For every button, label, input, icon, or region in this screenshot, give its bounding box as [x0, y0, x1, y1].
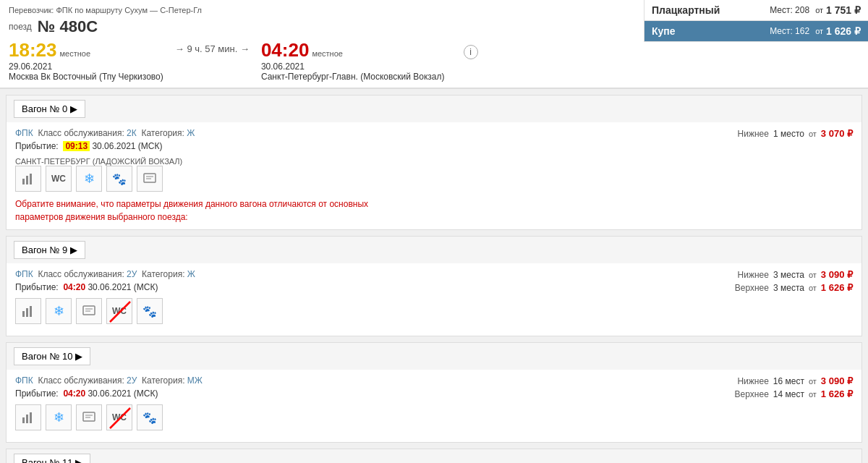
wagon-arrival-station: САНКТ-ПЕТЕРБУРГ (ЛАДОЖСКИЙ ВОКЗАЛ): [15, 157, 708, 166]
seat-row[interactable]: Нижнее3 местаот3 090 ₽: [726, 269, 853, 280]
seat-count: 1 место: [773, 129, 804, 139]
kupe-seats: Мест: 162: [770, 26, 809, 36]
wagon-class: 2У: [127, 375, 137, 386]
wagon-arrival-time: 09:13: [63, 141, 90, 151]
wagon-seats-panel: Нижнее3 местаот3 090 ₽Верхнее3 местаот1 …: [717, 263, 861, 336]
plackart-label: Плацкартный: [652, 4, 770, 16]
wc-icon: WC: [46, 166, 72, 192]
wagon-icons-row: ❄WC🐾: [15, 298, 708, 324]
seat-price: 3 070 ₽: [821, 128, 853, 139]
chart-icon: [15, 166, 41, 192]
wagon-arrival-line: Прибытие: 09:13 30.06.2021 (МСК): [15, 141, 708, 151]
wagon-content: ФПК Класс обслуживания: 2У Категория: ЖП…: [7, 263, 861, 336]
wagon-left: ФПК Класс обслуживания: 2У Категория: МЖ…: [7, 370, 717, 442]
wagon-number-label: Вагон № 11: [22, 457, 72, 463]
arrival-prefix: Прибытие:: [15, 388, 59, 399]
wagon-card: Вагон № 0 ▶ФПК Класс обслуживания: 2К Ка…: [6, 95, 862, 230]
seat-from: от: [809, 271, 817, 279]
wagon-class: 2У: [127, 269, 137, 279]
diploma-icon: [137, 166, 163, 192]
wagon-content: ФПК Класс обслуживания: 2У Категория: МЖ…: [7, 370, 861, 442]
wagon-number-label: Вагон № 9: [22, 245, 67, 255]
wagon-provider: ФПК: [15, 375, 33, 386]
wagon-warning: Обратите внимание, что параметры движени…: [15, 197, 377, 224]
svg-rect-0: [22, 179, 25, 184]
train-header: Перевозчик: ФПК по маршруту Сухум — С-Пе…: [0, 0, 868, 89]
chevron-right-icon: ▶: [75, 351, 82, 362]
train-label: поезд: [9, 22, 32, 32]
wagon-number-label: Вагон № 0: [22, 103, 67, 114]
kupe-price: 1 626 ₽: [826, 25, 861, 37]
wagon-icons-row: ❄WC🐾: [15, 404, 708, 430]
wagon-arrival-date: 30.06.2021: [88, 388, 131, 399]
seat-price: 1 626 ₽: [821, 282, 853, 293]
plackart-from: от: [815, 6, 823, 14]
wagon-header-row: Вагон № 0 ▶: [7, 95, 861, 122]
seat-type: Нижнее: [737, 376, 768, 386]
wagon-arrival-tz: (МСК): [134, 282, 158, 292]
chart-icon: [15, 404, 41, 430]
wagon-arrival-tz: (МСК): [134, 388, 158, 399]
svg-rect-13: [22, 417, 25, 423]
seat-count: 3 места: [773, 270, 804, 280]
train-number: № 480С: [38, 17, 98, 36]
wagon-arrival-tz: (МСК): [138, 141, 163, 151]
diploma-icon: [76, 404, 102, 430]
arrival-station: Санкт-Петербург-Главн. (Московский Вокза…: [261, 72, 445, 82]
wagon-header-row: Вагон № 11 ▶: [7, 449, 861, 463]
arrival-time: 04:20: [261, 39, 310, 61]
departure-block: 18:23 местное 29.06.2021 Москва Вк Восто…: [9, 39, 163, 82]
seat-row[interactable]: Нижнее1 местоот3 070 ₽: [726, 128, 853, 139]
chart-icon: [15, 298, 41, 324]
wagon-number-button[interactable]: Вагон № 0 ▶: [14, 100, 85, 118]
chevron-right-icon: ▶: [70, 103, 77, 114]
wagon-number-button[interactable]: Вагон № 11 ▶: [14, 454, 90, 463]
wagon-arrival-line: Прибытие: 04:20 30.06.2021 (МСК): [15, 388, 708, 399]
wagon-icons-row: WC❄🐾: [15, 166, 708, 192]
seat-row[interactable]: Верхнее3 местаот1 626 ₽: [726, 282, 853, 293]
wagon-category: Ж: [187, 128, 195, 138]
no-wc-icon: WC: [106, 298, 132, 324]
seat-from: от: [809, 129, 817, 138]
wagon-header-row: Вагон № 10 ▶: [7, 343, 861, 370]
plackart-row[interactable]: Плацкартный Мест: 208 от 1 751 ₽: [644, 0, 868, 21]
svg-rect-1: [26, 176, 28, 184]
kupe-row[interactable]: Купе Мест: 162 от 1 626 ₽: [644, 21, 868, 42]
svg-rect-14: [26, 415, 28, 423]
wagon-category: МЖ: [187, 375, 203, 386]
kupe-label: Купе: [652, 25, 770, 37]
wagon-card: Вагон № 10 ▶ФПК Класс обслуживания: 2У К…: [6, 342, 862, 443]
wagon-class: 2К: [127, 128, 137, 138]
plackart-price: 1 751 ₽: [826, 4, 861, 16]
diploma-icon: [76, 298, 102, 324]
plackart-seats: Мест: 208: [770, 5, 809, 15]
wagon-number-button[interactable]: Вагон № 9 ▶: [14, 241, 85, 259]
svg-rect-3: [144, 174, 156, 182]
svg-line-12: [110, 302, 130, 322]
svg-line-19: [110, 408, 130, 428]
wagon-arrival-line: Прибытие: 04:20 30.06.2021 (МСК): [15, 282, 708, 292]
wagon-info-line: ФПК Класс обслуживания: 2К Категория: Ж: [15, 128, 708, 138]
wagon-card: Вагон № 11 ▶ФПК Класс обслуживания: 2У К…: [6, 449, 862, 463]
seat-row[interactable]: Верхнее14 местот1 626 ₽: [726, 388, 853, 399]
departure-date: 29.06.2021: [9, 61, 163, 72]
arrival-local: местное: [312, 49, 343, 58]
seat-from: от: [809, 377, 817, 386]
svg-rect-6: [22, 311, 25, 317]
info-icon[interactable]: i: [464, 45, 478, 59]
svg-rect-8: [30, 306, 32, 317]
paw-icon: 🐾: [106, 166, 132, 192]
seat-count: 14 мест: [773, 389, 804, 399]
seat-type: Нижнее: [738, 270, 769, 280]
seat-type: Верхнее: [735, 283, 769, 293]
wagon-arrival-date: 30.06.2021: [88, 282, 131, 292]
departure-time: 18:23: [9, 39, 57, 61]
wagon-number-button[interactable]: Вагон № 10 ▶: [14, 347, 90, 365]
wagon-info-line: ФПК Класс обслуживания: 2У Категория: МЖ: [15, 375, 708, 386]
no-wc-icon: WC: [106, 404, 132, 430]
seat-count: 3 места: [773, 283, 804, 293]
wagon-left: ФПК Класс обслуживания: 2К Категория: ЖП…: [7, 122, 717, 229]
seat-type: Нижнее: [738, 129, 769, 139]
seat-row[interactable]: Нижнее16 местот3 090 ₽: [726, 375, 853, 386]
wagon-provider: ФПК: [15, 269, 33, 279]
